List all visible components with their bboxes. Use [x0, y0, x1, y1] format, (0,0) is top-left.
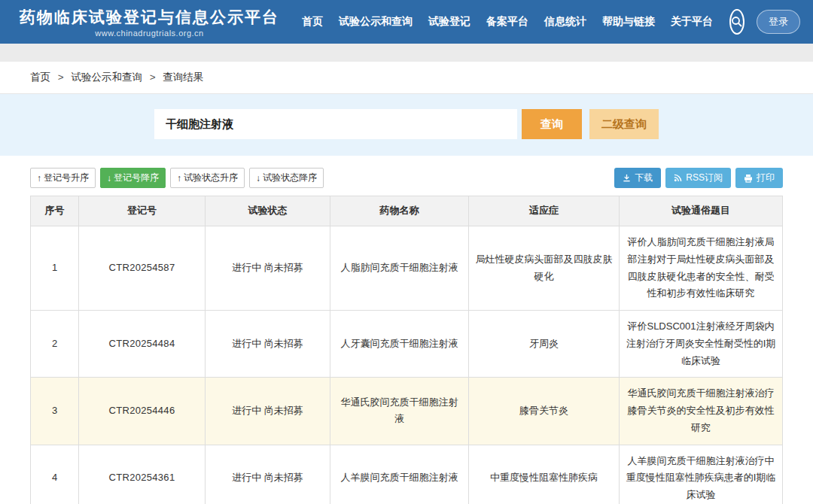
results-toolbar: ↑ 登记号升序 ↓ 登记号降序 ↑ 试验状态升序 ↓ 试验状态降序 下载 — [30, 168, 783, 188]
secondary-query-button[interactable]: 二级查询 — [589, 109, 659, 139]
print-icon — [744, 174, 753, 183]
site-brand: 药物临床试验登记与信息公示平台 www.chinadrugtrials.org.… — [20, 7, 279, 38]
cell-regno[interactable]: CTR20254484 — [79, 311, 206, 378]
nav-trial-register[interactable]: 试验登记 — [428, 15, 470, 29]
sort-regno-asc-button[interactable]: ↑ 登记号升序 — [30, 168, 96, 188]
site-title: 药物临床试验登记与信息公示平台 — [20, 7, 279, 28]
arrow-up-icon: ↑ — [177, 173, 181, 184]
action-buttons: 下载 RSS订阅 打印 — [614, 168, 783, 188]
sort-regno-desc-button[interactable]: ↓ 登记号降序 — [100, 168, 166, 188]
breadcrumb: 首页 > 试验公示和查询 > 查询结果 — [0, 62, 813, 94]
results-table: 序号 登记号 试验状态 药物名称 适应症 试验通俗题目 1 CTR2025458… — [30, 196, 783, 504]
print-button[interactable]: 打印 — [735, 168, 783, 188]
rss-subscribe-button[interactable]: RSS订阅 — [665, 168, 731, 188]
col-header-serial: 序号 — [31, 196, 79, 226]
breadcrumb-current: 查询结果 — [163, 71, 203, 83]
col-header-drug: 药物名称 — [330, 196, 469, 226]
cell-indication: 中重度慢性阻塞性肺疾病 — [469, 445, 620, 504]
login-button[interactable]: 登录 — [757, 10, 800, 34]
cell-serial: 1 — [31, 226, 79, 311]
header-divider-strip — [0, 44, 813, 62]
cell-status: 进行中 尚未招募 — [206, 445, 330, 504]
cell-title: 评价SLDSC001注射液经牙周袋内注射治疗牙周炎安全性耐受性的I期临床试验 — [620, 311, 783, 378]
search-input[interactable] — [154, 109, 517, 139]
cell-serial: 4 — [31, 445, 79, 504]
rss-icon — [674, 174, 682, 182]
cell-title: 华通氏胶间充质干细胞注射液治疗膝骨关节炎的安全性及初步有效性研究 — [620, 378, 783, 445]
arrow-down-icon: ↓ — [107, 173, 111, 184]
breadcrumb-trial-search[interactable]: 试验公示和查询 — [71, 71, 142, 83]
arrow-down-icon: ↓ — [256, 173, 260, 184]
cell-indication: 膝骨关节炎 — [469, 378, 620, 445]
cell-drug: 人羊膜间充质干细胞注射液 — [330, 445, 469, 504]
search-section: 查询 二级查询 — [0, 94, 813, 156]
col-header-status: 试验状态 — [206, 196, 330, 226]
nav-about[interactable]: 关于平台 — [671, 15, 713, 29]
nav-filing-platform[interactable]: 备案平台 — [486, 15, 528, 29]
nav-help-links[interactable]: 帮助与链接 — [602, 15, 655, 29]
cell-drug: 华通氏胶间充质干细胞注射液 — [330, 378, 469, 445]
nav-home[interactable]: 首页 — [302, 15, 323, 29]
table-row[interactable]: 4 CTR20254361 进行中 尚未招募 人羊膜间充质干细胞注射液 中重度慢… — [31, 445, 783, 504]
breadcrumb-separator: > — [58, 71, 64, 83]
cell-status: 进行中 尚未招募 — [206, 311, 330, 378]
sort-status-asc-button[interactable]: ↑ 试验状态升序 — [170, 168, 245, 188]
cell-status: 进行中 尚未招募 — [206, 378, 330, 445]
table-header-row: 序号 登记号 试验状态 药物名称 适应症 试验通俗题目 — [31, 196, 783, 226]
search-icon — [731, 16, 743, 28]
header-search-button[interactable] — [729, 9, 744, 35]
cell-indication: 牙周炎 — [469, 311, 620, 378]
cell-serial: 2 — [31, 311, 79, 378]
main-nav: 首页 试验公示和查询 试验登记 备案平台 信息统计 帮助与链接 关于平台 — [302, 15, 713, 29]
cell-title: 人羊膜间充质干细胞注射液治疗中重度慢性阻塞性肺疾病患者的I期临床试验 — [620, 445, 783, 504]
col-header-title: 试验通俗题目 — [620, 196, 783, 226]
table-row[interactable]: 1 CTR20254587 进行中 尚未招募 人脂肪间充质干细胞注射液 局灶性硬… — [31, 226, 783, 311]
cell-indication: 局灶性硬皮病头面部及四肢皮肤硬化 — [469, 226, 620, 311]
table-row[interactable]: 3 CTR20254446 进行中 尚未招募 华通氏胶间充质干细胞注射液 膝骨关… — [31, 378, 783, 445]
breadcrumb-home[interactable]: 首页 — [30, 71, 50, 83]
cell-status: 进行中 尚未招募 — [206, 226, 330, 311]
nav-statistics[interactable]: 信息统计 — [544, 15, 586, 29]
table-row[interactable]: 2 CTR20254484 进行中 尚未招募 人牙囊间充质干细胞注射液 牙周炎 … — [31, 311, 783, 378]
nav-trial-search[interactable]: 试验公示和查询 — [339, 15, 413, 29]
download-button[interactable]: 下载 — [614, 168, 661, 188]
breadcrumb-separator: > — [150, 71, 156, 83]
col-header-regno: 登记号 — [79, 196, 206, 226]
top-header: 药物临床试验登记与信息公示平台 www.chinadrugtrials.org.… — [0, 0, 813, 44]
cell-drug: 人牙囊间充质干细胞注射液 — [330, 311, 469, 378]
arrow-up-icon: ↑ — [37, 173, 41, 184]
col-header-indication: 适应症 — [469, 196, 620, 226]
cell-title: 评价人脂肪间充质干细胞注射液局部注射对于局灶性硬皮病头面部及四肢皮肤硬化患者的安… — [620, 226, 783, 311]
download-icon — [623, 174, 631, 182]
cell-serial: 3 — [31, 378, 79, 445]
site-url: www.chinadrugtrials.org.cn — [95, 29, 203, 38]
cell-drug: 人脂肪间充质干细胞注射液 — [330, 226, 469, 311]
sort-buttons: ↑ 登记号升序 ↓ 登记号降序 ↑ 试验状态升序 ↓ 试验状态降序 — [30, 168, 324, 188]
query-button[interactable]: 查询 — [522, 109, 582, 139]
cell-regno[interactable]: CTR20254361 — [79, 445, 206, 504]
cell-regno[interactable]: CTR20254446 — [79, 378, 206, 445]
sort-status-desc-button[interactable]: ↓ 试验状态降序 — [249, 168, 324, 188]
cell-regno[interactable]: CTR20254587 — [79, 226, 206, 311]
